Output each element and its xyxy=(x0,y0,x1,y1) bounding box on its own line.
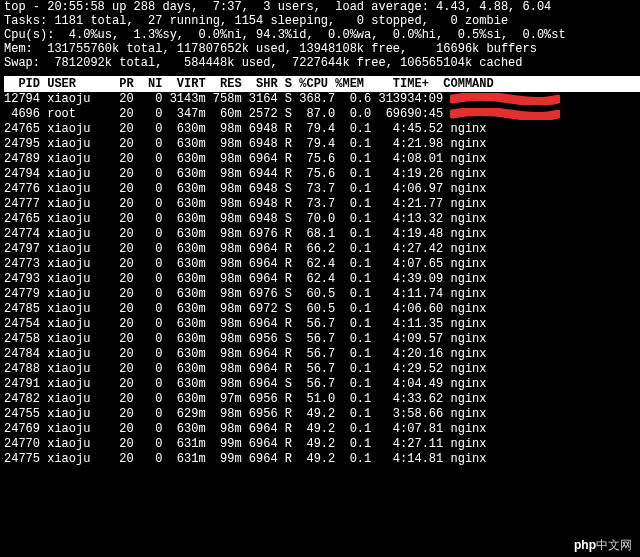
process-command: nginx xyxy=(450,257,486,271)
watermark: php中文网 xyxy=(574,539,632,551)
process-row: 24795 xiaoju 20 0 630m 98m 6948 R 79.4 0… xyxy=(4,137,640,152)
process-command: nginx xyxy=(450,137,486,151)
process-command: nginx xyxy=(450,197,486,211)
process-row: 24789 xiaoju 20 0 630m 98m 6964 R 75.6 0… xyxy=(4,152,640,167)
process-command: nginx xyxy=(450,182,486,196)
terminal-output: top - 20:55:58 up 288 days, 7:37, 3 user… xyxy=(0,0,640,467)
process-row: 24777 xiaoju 20 0 630m 98m 6948 R 73.7 0… xyxy=(4,197,640,212)
process-command: nginx xyxy=(450,287,486,301)
process-command: nginx xyxy=(450,302,486,316)
process-row: 24754 xiaoju 20 0 630m 98m 6964 R 56.7 0… xyxy=(4,317,640,332)
process-command: nginx xyxy=(450,227,486,241)
process-command: nginx xyxy=(450,212,486,226)
redaction-marker-icon xyxy=(450,108,560,120)
process-row: 24785 xiaoju 20 0 630m 98m 6972 S 60.5 0… xyxy=(4,302,640,317)
process-row: 24793 xiaoju 20 0 630m 98m 6964 R 62.4 0… xyxy=(4,272,640,287)
process-command: nginx xyxy=(450,437,486,451)
process-row: 24776 xiaoju 20 0 630m 98m 6948 S 73.7 0… xyxy=(4,182,640,197)
process-command: nginx xyxy=(450,347,486,361)
process-command: nginx xyxy=(450,377,486,391)
process-row: 24758 xiaoju 20 0 630m 98m 6956 S 56.7 0… xyxy=(4,332,640,347)
process-command: nginx xyxy=(450,422,486,436)
process-command: nginx xyxy=(450,242,486,256)
watermark-text: 中文网 xyxy=(596,538,632,552)
process-list: 12794 xiaoju 20 0 3143m 758m 3164 S 368.… xyxy=(4,92,640,467)
summary-mem: Mem: 131755760k total, 117807652k used, … xyxy=(4,42,640,56)
process-row: 24779 xiaoju 20 0 630m 98m 6976 S 60.5 0… xyxy=(4,287,640,302)
process-row: 24773 xiaoju 20 0 630m 98m 6964 R 62.4 0… xyxy=(4,257,640,272)
process-command: nginx xyxy=(450,452,486,466)
summary-tasks: Tasks: 1181 total, 27 running, 1154 slee… xyxy=(4,14,640,28)
summary-uptime: top - 20:55:58 up 288 days, 7:37, 3 user… xyxy=(4,0,640,14)
process-row: 12794 xiaoju 20 0 3143m 758m 3164 S 368.… xyxy=(4,92,640,107)
process-row: 24788 xiaoju 20 0 630m 98m 6964 R 56.7 0… xyxy=(4,362,640,377)
summary-swap: Swap: 7812092k total, 584448k used, 7227… xyxy=(4,56,640,70)
process-row: 24755 xiaoju 20 0 629m 98m 6956 R 49.2 0… xyxy=(4,407,640,422)
process-row: 24784 xiaoju 20 0 630m 98m 6964 R 56.7 0… xyxy=(4,347,640,362)
process-row: 24797 xiaoju 20 0 630m 98m 6964 R 66.2 0… xyxy=(4,242,640,257)
process-command: nginx xyxy=(450,317,486,331)
summary-cpu: Cpu(s): 4.0%us, 1.3%sy, 0.0%ni, 94.3%id,… xyxy=(4,28,640,42)
process-command: nginx xyxy=(450,332,486,346)
process-command: nginx xyxy=(450,167,486,181)
process-command: nginx xyxy=(450,407,486,421)
redaction-marker-icon xyxy=(450,93,560,105)
process-command: nginx xyxy=(450,362,486,376)
process-row: 24769 xiaoju 20 0 630m 98m 6964 R 49.2 0… xyxy=(4,422,640,437)
process-command: nginx xyxy=(450,272,486,286)
process-row: 24794 xiaoju 20 0 630m 98m 6944 R 75.6 0… xyxy=(4,167,640,182)
process-row: 24791 xiaoju 20 0 630m 98m 6964 S 56.7 0… xyxy=(4,377,640,392)
process-command: nginx xyxy=(450,122,486,136)
watermark-brand: php xyxy=(574,538,596,552)
process-row: 24774 xiaoju 20 0 630m 98m 6976 R 68.1 0… xyxy=(4,227,640,242)
process-command: nginx xyxy=(450,392,486,406)
process-row: 24770 xiaoju 20 0 631m 99m 6964 R 49.2 0… xyxy=(4,437,640,452)
process-row: 4696 root 20 0 347m 60m 2572 S 87.0 0.0 … xyxy=(4,107,640,122)
process-row: 24765 xiaoju 20 0 630m 98m 6948 R 79.4 0… xyxy=(4,122,640,137)
process-row: 24775 xiaoju 20 0 631m 99m 6964 R 49.2 0… xyxy=(4,452,640,467)
process-command: nginx xyxy=(450,152,486,166)
process-row: 24765 xiaoju 20 0 630m 98m 6948 S 70.0 0… xyxy=(4,212,640,227)
process-row: 24782 xiaoju 20 0 630m 97m 6956 R 51.0 0… xyxy=(4,392,640,407)
column-headers: PID USER PR NI VIRT RES SHR S %CPU %MEM … xyxy=(4,76,640,92)
